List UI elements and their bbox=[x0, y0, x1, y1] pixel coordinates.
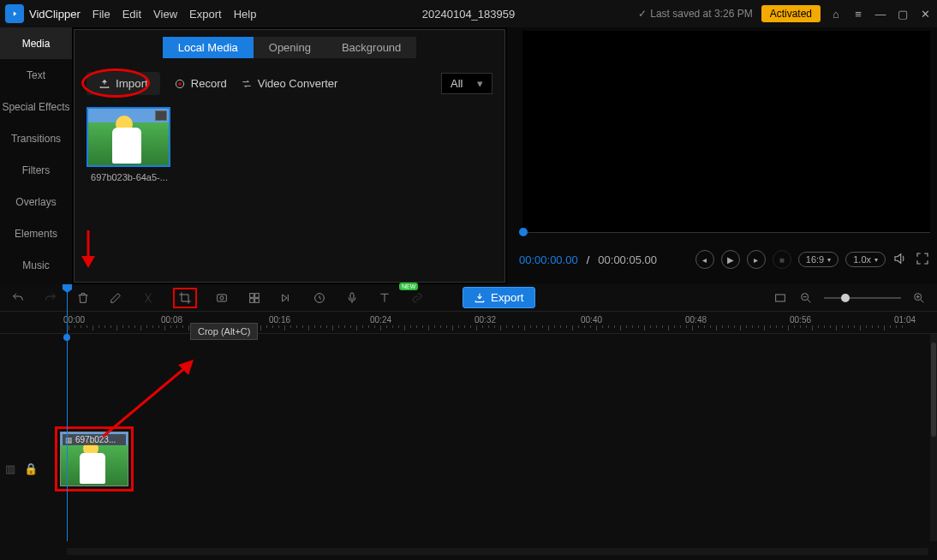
crop-icon[interactable] bbox=[177, 290, 193, 306]
fit-icon[interactable] bbox=[773, 290, 788, 306]
timeline-ruler[interactable]: 00:00 00:08 00:16 00:24 00:32 00:40 00:4… bbox=[0, 312, 937, 334]
media-thumbnail[interactable] bbox=[87, 107, 170, 167]
sidebar: Media Text Special Effects Transitions F… bbox=[0, 27, 72, 284]
sidebar-item-overlays[interactable]: Overlays bbox=[0, 186, 72, 217]
sidebar-item-special-effects[interactable]: Special Effects bbox=[0, 91, 72, 122]
export-button[interactable]: Export bbox=[463, 287, 535, 308]
home-icon[interactable]: ⌂ bbox=[829, 7, 843, 21]
timeline-clip[interactable]: 697b023... bbox=[60, 432, 128, 486]
annotation-arrow bbox=[80, 230, 97, 273]
svg-rect-7 bbox=[255, 298, 260, 302]
timeline-toolbar: NEW Export bbox=[0, 284, 937, 312]
zoom-slider[interactable] bbox=[824, 297, 901, 299]
preview-seekbar[interactable] bbox=[522, 232, 930, 233]
sidebar-item-transitions[interactable]: Transitions bbox=[0, 122, 72, 154]
menu-help[interactable]: Help bbox=[234, 8, 257, 21]
play-button[interactable]: ▶ bbox=[721, 250, 740, 269]
split-icon[interactable] bbox=[140, 290, 156, 306]
track-lock-icon[interactable]: 🔒 bbox=[24, 462, 38, 475]
svg-point-1 bbox=[178, 82, 182, 86]
sidebar-item-media[interactable]: Media bbox=[0, 27, 72, 59]
activated-badge[interactable]: Activated bbox=[761, 5, 821, 22]
app-logo bbox=[5, 4, 24, 23]
snapshot-icon[interactable] bbox=[214, 290, 230, 306]
undo-icon[interactable] bbox=[10, 290, 26, 306]
project-title: 20240104_183959 bbox=[422, 8, 515, 21]
speed-dropdown[interactable]: 1.0x bbox=[845, 252, 886, 267]
horizontal-scrollbar[interactable] bbox=[67, 548, 928, 555]
media-panel: Local Media Opening Background Import Re… bbox=[74, 29, 505, 283]
aspect-ratio-dropdown[interactable]: 16:9 bbox=[798, 252, 839, 267]
sidebar-item-text[interactable]: Text bbox=[0, 59, 72, 91]
new-badge: NEW bbox=[399, 283, 418, 290]
preview-canvas[interactable] bbox=[522, 31, 930, 233]
media-filter-dropdown[interactable]: All bbox=[441, 73, 492, 94]
fullscreen-icon[interactable] bbox=[915, 251, 930, 269]
annotation-crop-highlight bbox=[173, 288, 197, 308]
tab-local-media[interactable]: Local Media bbox=[163, 37, 254, 58]
time-total: 00:00:05.00 bbox=[598, 253, 657, 266]
vertical-scrollbar[interactable] bbox=[930, 334, 937, 541]
next-frame-button[interactable]: ▸ bbox=[747, 250, 766, 269]
mosaic-icon[interactable] bbox=[247, 290, 262, 306]
svg-rect-5 bbox=[255, 293, 260, 297]
minimize-icon[interactable]: — bbox=[874, 7, 887, 21]
hamburger-icon[interactable]: ≡ bbox=[851, 7, 865, 21]
menu-view[interactable]: View bbox=[153, 8, 177, 21]
svg-rect-10 bbox=[776, 295, 785, 301]
timeline-panel: NEW Export Crop (Alt+C) 00:00 00:08 00:1… bbox=[0, 284, 937, 560]
link-icon[interactable] bbox=[409, 290, 425, 306]
edit-icon[interactable] bbox=[108, 290, 123, 306]
delete-icon[interactable] bbox=[75, 290, 91, 306]
zoom-in-icon[interactable] bbox=[911, 290, 927, 306]
svg-point-3 bbox=[220, 296, 224, 300]
video-converter-button[interactable]: Video Converter bbox=[241, 77, 338, 90]
zoom-out-icon[interactable] bbox=[798, 290, 814, 306]
redo-icon[interactable] bbox=[43, 290, 58, 306]
import-label: Import bbox=[116, 77, 148, 90]
sidebar-item-filters[interactable]: Filters bbox=[0, 154, 72, 186]
time-current: 00:00:00.00 bbox=[519, 253, 578, 266]
svg-rect-2 bbox=[218, 295, 227, 301]
media-item[interactable]: 697b023b-64a5-... bbox=[87, 107, 172, 182]
track-visibility-icon[interactable]: ▥ bbox=[5, 462, 15, 475]
media-filter-value: All bbox=[451, 77, 463, 90]
record-button[interactable]: Record bbox=[174, 77, 227, 90]
track-region: ▥ 🔒 697b023... bbox=[0, 334, 937, 531]
freeze-frame-icon[interactable] bbox=[279, 290, 295, 306]
last-saved: Last saved at 3:26 PM bbox=[638, 8, 752, 20]
volume-icon[interactable] bbox=[892, 251, 908, 269]
media-item-label: 697b023b-64a5-... bbox=[87, 172, 172, 182]
duration-icon[interactable] bbox=[312, 290, 327, 306]
record-label: Record bbox=[191, 77, 227, 90]
voiceover-icon[interactable] bbox=[344, 290, 360, 306]
text-icon[interactable] bbox=[377, 290, 392, 306]
video-converter-label: Video Converter bbox=[258, 77, 338, 90]
menu-export[interactable]: Export bbox=[189, 8, 222, 21]
import-button[interactable]: Import bbox=[87, 72, 160, 95]
menu-edit[interactable]: Edit bbox=[122, 8, 141, 21]
stop-button[interactable]: ■ bbox=[773, 250, 791, 269]
crop-tooltip: Crop (Alt+C) bbox=[190, 323, 258, 340]
sidebar-item-music[interactable]: Music bbox=[0, 249, 72, 281]
sidebar-item-elements[interactable]: Elements bbox=[0, 217, 72, 249]
clip-label: 697b023... bbox=[63, 434, 126, 445]
playhead-marker[interactable] bbox=[63, 334, 70, 341]
menu-file[interactable]: File bbox=[93, 8, 110, 21]
time-sep: / bbox=[587, 253, 590, 266]
close-icon[interactable]: ✕ bbox=[918, 7, 932, 21]
maximize-icon[interactable]: ▢ bbox=[896, 7, 910, 21]
preview-panel: 00:00:00.00 / 00:00:05.00 ◂ ▶ ▸ ■ 16:9 1… bbox=[507, 27, 937, 284]
playhead[interactable] bbox=[67, 284, 68, 541]
svg-rect-9 bbox=[350, 293, 354, 299]
tab-opening[interactable]: Opening bbox=[254, 37, 326, 58]
svg-rect-4 bbox=[250, 293, 254, 297]
title-bar: VidClipper File Edit View Export Help 20… bbox=[0, 0, 937, 27]
export-label: Export bbox=[491, 291, 524, 304]
app-name: VidClipper bbox=[29, 8, 81, 21]
preview-seek-handle[interactable] bbox=[519, 228, 528, 236]
tab-background[interactable]: Background bbox=[326, 37, 416, 58]
prev-frame-button[interactable]: ◂ bbox=[695, 250, 714, 269]
svg-rect-6 bbox=[250, 298, 254, 302]
